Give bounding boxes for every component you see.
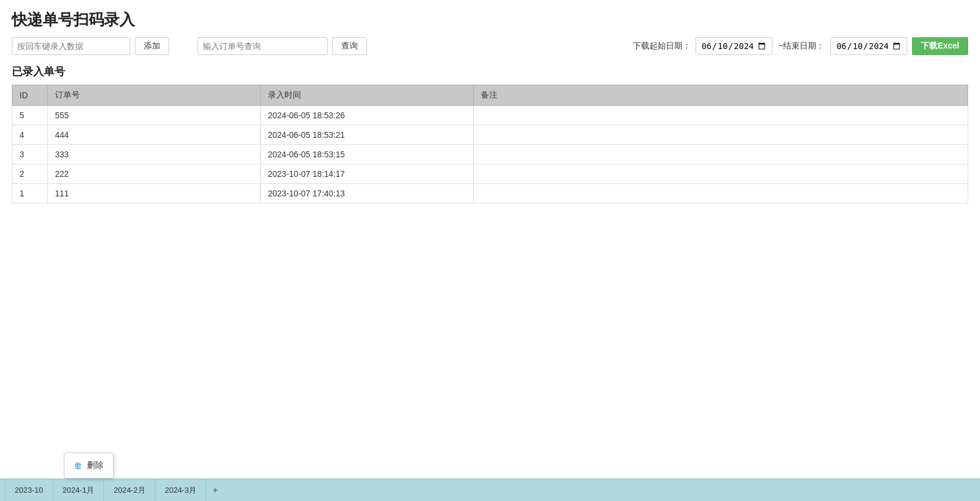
cell-id: 2: [12, 164, 48, 184]
cell-note: [474, 125, 968, 145]
col-header-note: 备注: [474, 85, 968, 106]
download-excel-button[interactable]: 下载Excel: [912, 37, 968, 55]
cell-order-no: 111: [48, 184, 261, 203]
data-table: ID 订单号 录入时间 备注 55552024-06-05 18:53:2644…: [12, 85, 968, 203]
toolbar: 添加 查询 下载起始日期： ~结束日期： 下载Excel: [12, 37, 968, 55]
cell-id: 4: [12, 125, 48, 145]
cell-time: 2024-06-05 18:53:15: [261, 145, 474, 164]
cell-order-no: 333: [48, 145, 261, 164]
cell-id: 3: [12, 145, 48, 164]
cell-time: 2024-06-05 18:53:21: [261, 125, 474, 145]
cell-time: 2023-10-07 18:14:17: [261, 164, 474, 184]
cell-id: 5: [12, 106, 48, 125]
date-separator: ~结束日期：: [778, 41, 824, 51]
col-header-order: 订单号: [48, 85, 261, 106]
table-row: 44442024-06-05 18:53:21: [12, 125, 968, 145]
scan-input[interactable]: [12, 37, 130, 55]
toolbar-right: 下载起始日期： ~结束日期： 下载Excel: [633, 37, 968, 55]
page-container: 快递单号扫码录入 添加 查询 下载起始日期： ~结束日期： 下载Excel 已录…: [0, 0, 980, 213]
table-header: ID 订单号 录入时间 备注: [12, 85, 968, 106]
cell-id: 1: [12, 184, 48, 203]
cell-order-no: 555: [48, 106, 261, 125]
cell-time: 2023-10-07 17:40:13: [261, 184, 474, 203]
cell-order-no: 222: [48, 164, 261, 184]
cell-note: [474, 106, 968, 125]
add-button[interactable]: 添加: [135, 37, 169, 55]
cell-order-no: 444: [48, 125, 261, 145]
cell-note: [474, 145, 968, 164]
table-row: 33332024-06-05 18:53:15: [12, 145, 968, 164]
page-title: 快递单号扫码录入: [12, 9, 968, 30]
section-title: 已录入单号: [12, 64, 968, 79]
cell-note: [474, 164, 968, 184]
col-header-time: 录入时间: [261, 85, 474, 106]
col-header-id: ID: [12, 85, 48, 106]
cell-note: [474, 184, 968, 203]
table-row: 55552024-06-05 18:53:26: [12, 106, 968, 125]
table-row: 11112023-10-07 17:40:13: [12, 184, 968, 203]
toolbar-left: 添加: [12, 37, 169, 55]
query-button[interactable]: 查询: [332, 37, 367, 55]
cell-time: 2024-06-05 18:53:26: [261, 106, 474, 125]
table-body: 55552024-06-05 18:53:2644442024-06-05 18…: [12, 106, 968, 203]
end-date-input[interactable]: [830, 37, 907, 55]
download-start-label: 下载起始日期：: [633, 41, 691, 51]
start-date-input[interactable]: [696, 37, 772, 55]
table-row: 22222023-10-07 18:14:17: [12, 164, 968, 184]
toolbar-middle: 查询: [198, 37, 367, 55]
query-input[interactable]: [198, 37, 328, 55]
